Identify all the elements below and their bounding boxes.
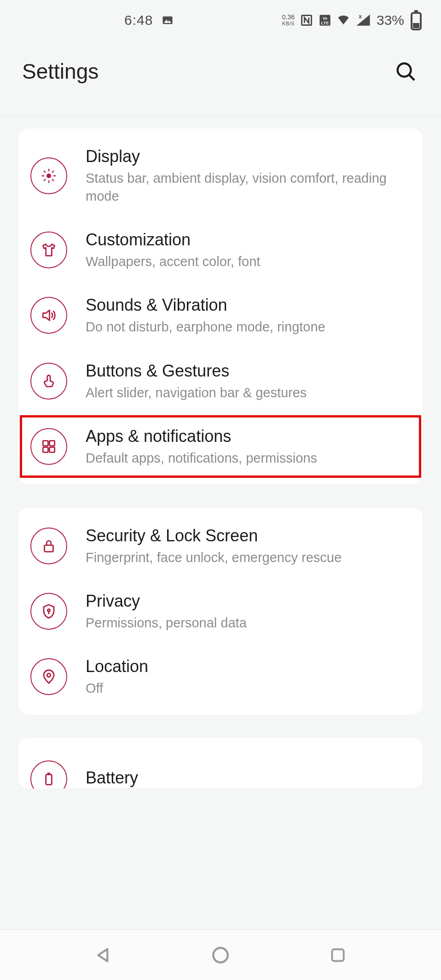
settings-item-privacy[interactable]: Privacy Permissions, personal data: [18, 579, 423, 644]
item-subtitle: Do not disturb, earphone mode, ringtone: [86, 318, 407, 336]
home-icon: [211, 945, 230, 965]
item-title: Security & Lock Screen: [86, 525, 407, 546]
shield-key-icon: [30, 593, 67, 630]
search-icon: [395, 61, 416, 82]
item-subtitle: Fingerprint, face unlock, emergency resc…: [86, 549, 407, 567]
settings-item-security[interactable]: Security & Lock Screen Fingerprint, face…: [18, 513, 423, 579]
svg-rect-31: [47, 773, 50, 775]
svg-rect-10: [413, 23, 419, 28]
svg-rect-26: [45, 545, 53, 551]
item-subtitle: Alert slider, navigation bar & gestures: [86, 384, 407, 402]
wifi-icon: [337, 14, 350, 27]
svg-marker-32: [98, 949, 107, 961]
item-title: Apps & notifications: [86, 426, 407, 447]
touch-icon: [30, 363, 67, 400]
nav-home-button[interactable]: [207, 941, 234, 969]
item-title: Sounds & Vibration: [86, 295, 407, 315]
sun-icon: [30, 157, 67, 194]
svg-rect-34: [332, 949, 343, 961]
svg-line-12: [409, 75, 415, 81]
settings-item-display[interactable]: Display Status bar, ambient display, vis…: [18, 134, 423, 217]
svg-rect-30: [46, 775, 52, 785]
settings-item-buttons[interactable]: Buttons & Gestures Alert slider, navigat…: [18, 348, 423, 414]
settings-group-1: Display Status bar, ambient display, vis…: [18, 128, 423, 485]
volte-icon: VoLTE: [319, 14, 331, 27]
svg-rect-23: [50, 441, 55, 446]
item-subtitle: Wallpapers, accent color, font: [86, 253, 407, 271]
item-title: Buttons & Gestures: [86, 360, 407, 381]
svg-rect-25: [50, 447, 55, 452]
svg-point-29: [47, 673, 51, 677]
speaker-icon: [30, 297, 67, 334]
svg-rect-22: [43, 441, 48, 446]
cell-signal-icon: x: [355, 14, 371, 27]
search-button[interactable]: [393, 59, 418, 84]
nav-recent-button[interactable]: [324, 941, 352, 969]
pin-icon: [30, 658, 67, 695]
navigation-bar: [0, 929, 441, 980]
settings-group-2: Security & Lock Screen Fingerprint, face…: [18, 508, 423, 715]
settings-group-3: Battery: [18, 738, 423, 789]
settings-item-location[interactable]: Location Off: [18, 644, 423, 709]
status-bar: 6:48 0.36 KB/S VoLTE x 33%: [0, 0, 441, 41]
battery-icon: [410, 14, 423, 27]
item-subtitle: Permissions, personal data: [86, 614, 407, 632]
item-title: Battery: [86, 767, 407, 788]
item-title: Location: [86, 656, 407, 677]
battery-icon: [30, 760, 67, 789]
lock-icon: [30, 528, 67, 564]
recent-icon: [329, 946, 347, 964]
settings-item-customization[interactable]: Customization Wallpapers, accent color, …: [18, 217, 423, 283]
svg-rect-24: [43, 447, 48, 452]
shirt-icon: [30, 232, 67, 268]
grid-icon: [30, 428, 67, 465]
svg-line-19: [52, 180, 53, 180]
back-icon: [94, 946, 113, 964]
settings-item-battery[interactable]: Battery: [18, 743, 423, 789]
status-time: 6:48: [124, 12, 153, 28]
svg-text:x: x: [359, 13, 362, 20]
picture-icon: [161, 14, 174, 27]
item-title: Display: [86, 146, 407, 167]
data-rate: 0.36 KB/S: [282, 14, 295, 27]
battery-percent: 33%: [377, 12, 404, 28]
page-title: Settings: [22, 59, 99, 84]
settings-item-sounds[interactable]: Sounds & Vibration Do not disturb, earph…: [18, 283, 423, 348]
item-subtitle: Default apps, notifications, permissions: [86, 449, 407, 467]
item-title: Privacy: [86, 591, 407, 611]
item-subtitle: Off: [86, 679, 407, 697]
svg-point-33: [213, 948, 228, 963]
svg-line-21: [52, 171, 53, 172]
nav-back-button[interactable]: [90, 941, 117, 969]
svg-point-11: [398, 64, 411, 77]
svg-line-18: [44, 171, 45, 172]
item-title: Customization: [86, 229, 407, 250]
svg-line-20: [44, 180, 45, 180]
nfc-icon: [300, 14, 313, 27]
item-subtitle: Status bar, ambient display, vision comf…: [86, 169, 407, 205]
svg-point-27: [47, 609, 50, 611]
header: Settings: [0, 41, 441, 116]
svg-text:Vo: Vo: [323, 17, 327, 21]
settings-item-apps[interactable]: Apps & notifications Default apps, notif…: [18, 414, 423, 479]
svg-rect-9: [414, 10, 418, 13]
svg-text:LTE: LTE: [321, 21, 329, 25]
svg-point-13: [46, 174, 51, 178]
